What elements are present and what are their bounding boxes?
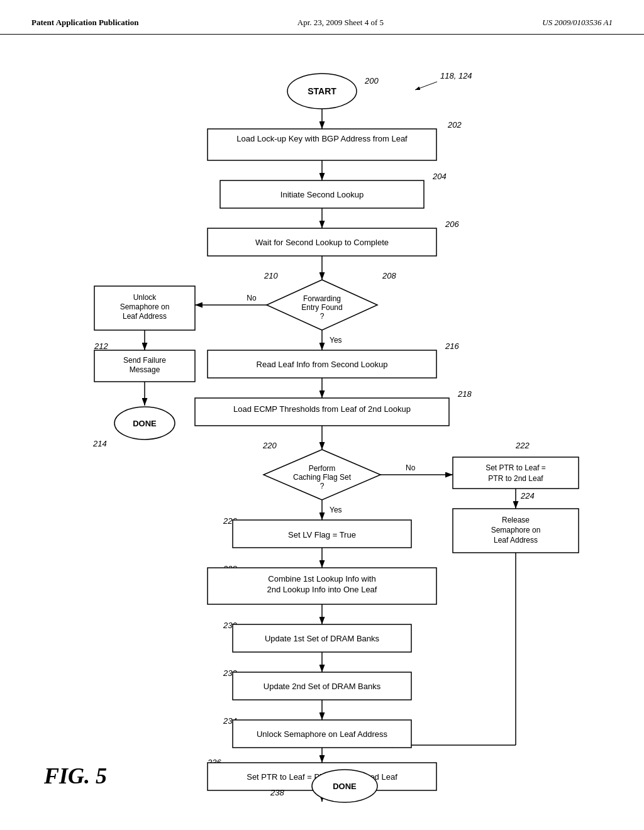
svg-text:224: 224 (520, 491, 535, 501)
svg-text:DONE: DONE (333, 782, 357, 791)
svg-text:Load ECMP Thresholds from Leaf: Load ECMP Thresholds from Leaf of 2nd Lo… (233, 404, 411, 414)
svg-text:Wait for Second Lookup to Comp: Wait for Second Lookup to Complete (255, 238, 389, 247)
svg-text:220: 220 (262, 441, 277, 450)
svg-text:Set LV Flag = True: Set LV Flag = True (288, 530, 356, 540)
svg-text:Yes: Yes (330, 506, 342, 514)
svg-text:Read Leaf Info from Second Loo: Read Leaf Info from Second Lookup (257, 360, 388, 369)
svg-text:Release: Release (502, 516, 530, 524)
svg-text:238: 238 (270, 788, 284, 797)
svg-text:No: No (247, 294, 257, 302)
svg-text:Leaf Address: Leaf Address (123, 312, 167, 321)
svg-text:222: 222 (515, 441, 530, 450)
svg-text:?: ? (320, 482, 325, 490)
svg-text:No: No (406, 463, 416, 472)
svg-text:Semaphore on: Semaphore on (491, 526, 541, 534)
svg-text:Update 2nd Set of DRAM Banks: Update 2nd Set of DRAM Banks (264, 682, 381, 691)
svg-text:Yes: Yes (330, 336, 342, 345)
diagram-area: START 200 118, 124 Load Lock-up Key with… (0, 35, 644, 808)
svg-text:206: 206 (445, 219, 459, 229)
svg-text:PTR to 2nd Leaf: PTR to 2nd Leaf (488, 474, 543, 483)
svg-text:218: 218 (457, 389, 472, 399)
svg-text:216: 216 (445, 341, 459, 351)
svg-text:Entry Found: Entry Found (301, 303, 342, 312)
svg-text:2nd Lookup Info into One Leaf: 2nd Lookup Info into One Leaf (267, 585, 377, 594)
svg-text:Combine 1st Lookup Info with: Combine 1st Lookup Info with (268, 574, 375, 584)
svg-text:Caching Flag Set: Caching Flag Set (293, 473, 352, 482)
flowchart-svg: START 200 118, 124 Load Lock-up Key with… (0, 35, 644, 808)
svg-rect-58 (453, 457, 579, 489)
svg-text:204: 204 (432, 172, 447, 181)
svg-text:?: ? (320, 312, 325, 321)
svg-text:Unlock: Unlock (133, 293, 157, 302)
svg-text:Forwarding: Forwarding (303, 294, 341, 303)
header-left: Patent Application Publication (31, 18, 138, 28)
svg-text:Message: Message (130, 365, 160, 374)
svg-text:214: 214 (92, 439, 107, 448)
svg-line-5 (415, 82, 437, 90)
header-center: Apr. 23, 2009 Sheet 4 of 5 (297, 18, 384, 28)
svg-text:START: START (308, 86, 336, 96)
svg-text:Set PTR to Leaf =: Set PTR to Leaf = (486, 463, 546, 472)
fig-label: FIG. 5 (44, 763, 107, 789)
svg-text:202: 202 (447, 120, 462, 130)
svg-text:Send Failure: Send Failure (123, 356, 166, 365)
svg-text:212: 212 (94, 341, 108, 351)
svg-text:208: 208 (382, 271, 396, 280)
svg-text:Perform: Perform (309, 464, 336, 473)
svg-text:118, 124: 118, 124 (440, 71, 472, 80)
svg-text:200: 200 (364, 76, 379, 86)
svg-text:Semaphore on: Semaphore on (120, 302, 170, 311)
svg-text:Leaf Address: Leaf Address (494, 536, 538, 545)
svg-text:210: 210 (264, 271, 278, 280)
page-header: Patent Application Publication Apr. 23, … (0, 0, 644, 35)
svg-text:Update 1st Set of DRAM Banks: Update 1st Set of DRAM Banks (265, 634, 380, 643)
svg-text:Initiate Second Lookup: Initiate Second Lookup (280, 190, 364, 199)
svg-text:DONE: DONE (133, 419, 157, 428)
header-right: US 2009/0103536 A1 (542, 18, 613, 28)
svg-text:Load Lock-up Key with BGP Addr: Load Lock-up Key with BGP Address from L… (236, 134, 408, 143)
svg-text:Unlock Semaphore on Leaf Addre: Unlock Semaphore on Leaf Address (257, 729, 388, 739)
